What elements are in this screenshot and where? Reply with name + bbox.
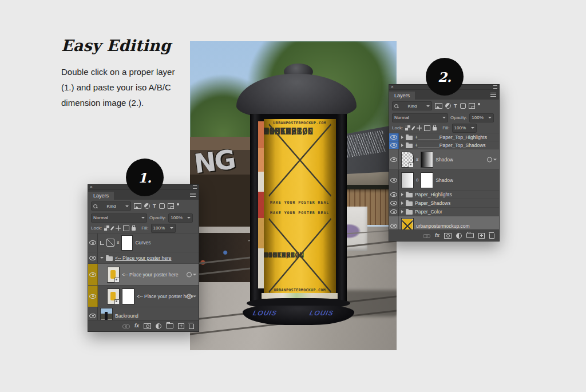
lock-transparency-icon[interactable] [405, 125, 410, 130]
new-layer-icon[interactable] [478, 233, 485, 239]
eye-toggle[interactable] [88, 264, 98, 285]
filter-smart-objects-icon[interactable] [469, 103, 475, 109]
eye-toggle[interactable] [389, 216, 399, 229]
layer-row[interactable]: 8Curves [88, 233, 199, 252]
link-layers-icon[interactable] [122, 324, 130, 328]
panel-menu-icon[interactable] [190, 193, 196, 197]
lock-artboard-icon[interactable] [424, 125, 430, 131]
smart-filter-indicator[interactable] [187, 272, 196, 277]
delete-layer-icon[interactable] [189, 324, 194, 329]
lock-transparency-icon[interactable] [104, 225, 109, 231]
add-mask-icon[interactable] [444, 233, 452, 239]
layer-thumbnail[interactable] [107, 267, 120, 283]
layer-effects-icon[interactable]: fx [134, 323, 139, 328]
new-group-icon[interactable] [166, 323, 173, 328]
filter-type-layers-icon[interactable]: T [454, 104, 457, 109]
layer-row[interactable]: Paper_Highlights [389, 191, 499, 199]
link-layers-icon[interactable] [423, 234, 430, 237]
kind-filter-select[interactable]: Kind [392, 101, 432, 110]
search-icon [394, 104, 398, 108]
layer-thumbnail[interactable] [107, 288, 120, 304]
lock-pixels-icon[interactable] [411, 125, 416, 130]
fill-input[interactable]: 100% [452, 124, 477, 133]
layer-row[interactable]: 8Shadow [389, 149, 499, 170]
lock-position-icon[interactable] [417, 125, 422, 130]
eye-toggle[interactable] [389, 170, 399, 190]
lock-artboard-icon[interactable] [123, 225, 129, 231]
opacity-input[interactable]: 100% [469, 113, 494, 122]
filter-pin-icon[interactable] [177, 203, 179, 205]
new-layer-icon[interactable] [178, 323, 184, 329]
expand-chevron[interactable] [100, 257, 104, 259]
opacity-input[interactable]: 100% [168, 213, 193, 223]
lock-all-icon[interactable] [132, 227, 136, 231]
panel-menu-icon[interactable] [490, 93, 496, 97]
expand-chevron[interactable] [401, 210, 403, 213]
layer-row[interactable]: Paper_Shadows [389, 199, 499, 208]
eye-toggle[interactable] [88, 286, 98, 307]
expand-chevron[interactable] [401, 201, 403, 205]
layer-row[interactable]: <-- Place your poster here [88, 286, 199, 307]
eye-toggle[interactable] [88, 307, 98, 320]
add-mask-icon[interactable] [144, 323, 151, 329]
eye-toggle[interactable] [389, 208, 399, 216]
smart-filter-indicator[interactable] [487, 157, 497, 162]
blend-mode-select[interactable]: Normal [91, 213, 147, 223]
eye-toggle[interactable] [389, 149, 399, 169]
layer-thumbnail[interactable] [401, 152, 414, 168]
filter-pin-icon[interactable] [478, 103, 480, 105]
eye-toggle[interactable] [389, 191, 399, 199]
layer-mask-thumbnail[interactable] [421, 172, 433, 188]
layer-row[interactable]: <-- Place your poster here [88, 252, 199, 264]
eye-toggle[interactable] [389, 133, 399, 141]
filter-smart-objects-icon[interactable] [168, 203, 174, 209]
layer-thumbnail[interactable] [100, 308, 113, 320]
fill-input[interactable]: 100% [151, 224, 176, 233]
new-adjustment-icon[interactable] [456, 233, 462, 239]
filter-adjustment-layers-icon[interactable] [144, 203, 150, 209]
expand-chevron[interactable] [401, 193, 403, 196]
blend-mode-select[interactable]: Normal [392, 113, 448, 122]
layer-row[interactable]: +________Paper_Top_Highlights [389, 133, 499, 141]
eye-toggle[interactable] [389, 199, 399, 207]
layer-row[interactable]: <-- Place your poster here [88, 264, 199, 286]
tab-layers[interactable]: Layers [88, 192, 114, 200]
collapse-icon[interactable] [493, 85, 497, 89]
layer-row-content: Paper_Color [399, 209, 499, 215]
eye-toggle[interactable] [88, 233, 98, 252]
filter-type-layers-icon[interactable]: T [153, 204, 156, 209]
expand-chevron[interactable] [401, 136, 403, 139]
layer-mask-thumbnail[interactable] [122, 288, 134, 304]
layer-row[interactable]: Paper_Color [389, 208, 499, 216]
eye-toggle[interactable] [88, 252, 98, 263]
filter-adjustment-layers-icon[interactable] [445, 103, 451, 109]
delete-layer-icon[interactable] [489, 233, 494, 239]
new-adjustment-icon[interactable] [156, 323, 161, 329]
layer-row[interactable]: 8Shadow [389, 170, 499, 191]
smart-filter-indicator[interactable] [187, 294, 196, 299]
layer-mask-thumbnail[interactable] [121, 235, 133, 251]
new-group-icon[interactable] [466, 233, 474, 238]
kind-filter-select[interactable]: Kind [91, 201, 131, 211]
layer-thumbnail[interactable] [401, 218, 414, 230]
expand-chevron[interactable] [401, 144, 403, 147]
filter-pixel-layers-icon[interactable] [134, 203, 141, 209]
layer-row[interactable]: urbanpostermockup.com [389, 216, 499, 229]
layer-row[interactable]: +________Paper_Top_Shadows [389, 141, 499, 149]
lock-position-icon[interactable] [116, 225, 121, 231]
filter-pixel-layers-icon[interactable] [435, 103, 442, 109]
filter-shape-layers-icon[interactable] [159, 203, 165, 209]
filter-shape-layers-icon[interactable] [460, 103, 466, 109]
close-icon[interactable]: × [391, 85, 394, 89]
layer-thumbnail[interactable] [401, 172, 414, 188]
lock-all-icon[interactable] [433, 127, 437, 130]
tab-layers[interactable]: Layers [389, 92, 415, 100]
layer-effects-icon[interactable]: fx [435, 233, 440, 238]
poster-headline-line: POSTER [264, 126, 297, 137]
eye-toggle[interactable] [389, 141, 399, 149]
layer-mask-thumbnail[interactable] [421, 152, 433, 168]
layer-row[interactable]: Backround [88, 307, 199, 320]
close-icon[interactable]: × [90, 185, 93, 189]
lock-pixels-icon[interactable] [110, 225, 115, 231]
collapse-icon[interactable] [193, 185, 197, 189]
